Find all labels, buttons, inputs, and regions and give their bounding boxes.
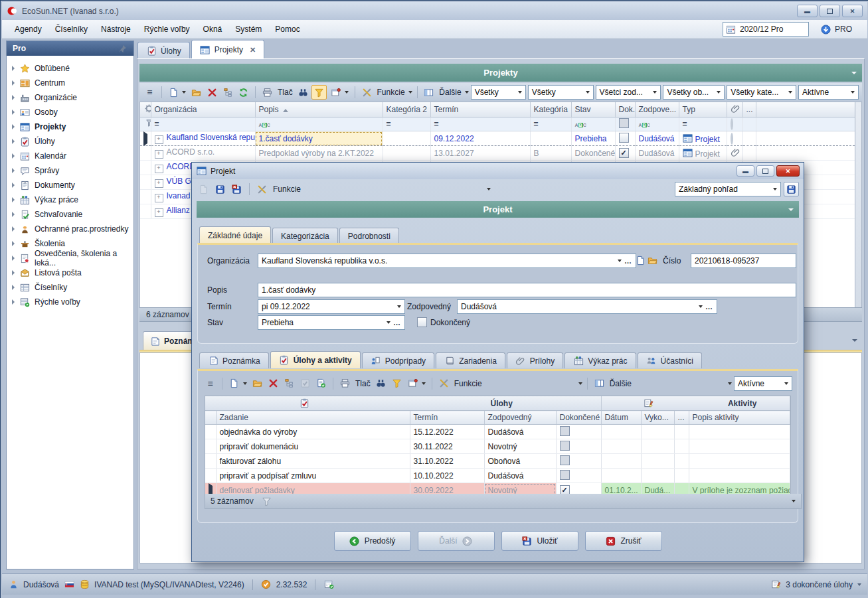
popis-input[interactable]: 1.časť dodávky <box>258 283 796 297</box>
grid-scrollbar[interactable] <box>855 102 862 309</box>
expand-icon[interactable] <box>155 208 163 217</box>
sidebar-item-osvedcenia[interactable]: Osvedčenia, školenia a leká... <box>7 251 133 265</box>
open-record-icon[interactable] <box>189 86 203 99</box>
functions-icon[interactable] <box>360 86 374 99</box>
col-vykonal[interactable]: Vyko... <box>641 411 674 425</box>
col-zodpovedny[interactable]: Zodpovedný <box>484 411 556 425</box>
gear-icon[interactable] <box>143 104 151 114</box>
print-icon[interactable] <box>260 86 274 99</box>
more-label[interactable]: Ďalšie <box>610 379 632 388</box>
filter-popis[interactable]: ABC <box>255 117 383 131</box>
columns-icon[interactable] <box>422 86 436 99</box>
save-icon[interactable] <box>213 183 227 196</box>
minimize-button[interactable]: ▬ <box>797 5 818 17</box>
project-row-1[interactable]: Kaufland Slovenská republika v... 1.časť… <box>140 131 855 146</box>
functions-icon[interactable] <box>437 377 451 390</box>
termin-picker[interactable]: pi 09.12.2022 <box>258 299 405 314</box>
new-record-icon[interactable] <box>227 377 241 390</box>
columns-icon[interactable] <box>592 377 606 390</box>
selected-cell[interactable]: 1.časť dodávky <box>255 131 383 146</box>
functions-dropdown[interactable] <box>408 91 412 94</box>
filter-attachment[interactable] <box>727 117 742 131</box>
subtab-ucastnici[interactable]: Účastníci <box>638 352 702 368</box>
sidebar-item-kalendar[interactable]: Kalendár <box>7 149 133 163</box>
col-typ[interactable]: Typ <box>679 102 727 117</box>
col-termin[interactable]: Termín <box>430 102 530 117</box>
sidebar-item-osoby[interactable]: Osoby <box>7 105 133 119</box>
done-checkbox[interactable] <box>619 133 629 143</box>
status-user[interactable]: Dudášová <box>23 580 59 589</box>
print-icon[interactable] <box>338 377 352 390</box>
combo-arrow-icon[interactable] <box>699 305 703 308</box>
col-kategoria[interactable]: Kategória <box>530 102 571 117</box>
sidebar-header[interactable]: Pro <box>7 41 133 56</box>
sidebar-item-ochranne[interactable]: Ochranné prac.prostriedky <box>7 222 133 236</box>
col-zadanie[interactable]: Zadanie <box>216 411 410 425</box>
more-label[interactable]: Ďalšie <box>439 88 461 97</box>
col-datum[interactable]: Dátum <box>601 411 641 425</box>
more-dropdown[interactable] <box>465 91 469 94</box>
edition-indicator[interactable]: PRO <box>821 24 852 35</box>
sidebar-item-dokumenty[interactable]: Dokumenty <box>7 178 133 192</box>
period-selector[interactable]: 2020/12 Pro <box>723 22 809 37</box>
delete-record-icon[interactable] <box>266 377 280 390</box>
subtab-podpripady[interactable]: Podprípady <box>362 352 434 368</box>
combo-arrow-icon[interactable] <box>618 260 622 262</box>
status-done-tasks[interactable]: 3 dokončené úlohy <box>786 580 853 589</box>
filter-funnel-icon[interactable] <box>390 377 404 390</box>
open-record-icon[interactable] <box>250 377 264 390</box>
functions-label[interactable]: Funkcie <box>273 185 301 194</box>
print-label[interactable]: Tlač <box>278 88 293 97</box>
filter-combo-responsible[interactable]: Všetci zod... <box>596 85 661 100</box>
menu-agendy[interactable]: Agendy <box>8 22 48 37</box>
subtab-ulohy-a-aktivity[interactable]: Úlohy a aktivity <box>270 351 361 368</box>
new-window-dropdown[interactable] <box>422 382 426 385</box>
functions-label[interactable]: Funkcie <box>454 379 482 388</box>
menu-nastroje[interactable]: Nástroje <box>94 22 137 37</box>
new-record-dropdown[interactable] <box>243 382 247 385</box>
status-database[interactable]: IVANAD test (MySQL/IVANADtest, V2246) <box>94 580 244 589</box>
search-binoculars-icon[interactable] <box>296 86 310 99</box>
col-zodpovedny[interactable]: Zodpove... <box>635 102 679 117</box>
sidebar-item-rychle-volby[interactable]: Rýchle voľby <box>7 295 133 309</box>
more-dropdown[interactable] <box>728 382 732 385</box>
filter-kategoria[interactable]: = <box>530 117 571 131</box>
status-version[interactable]: 2.32.532 <box>276 580 307 589</box>
functions-dropdown[interactable] <box>578 382 582 385</box>
filter-combo-2[interactable]: Všetky <box>528 85 594 100</box>
filter-combo-1[interactable]: Všetky <box>471 85 526 100</box>
tasks-filter-combo[interactable]: Aktívne <box>734 376 792 391</box>
functions-label[interactable]: Funkcie <box>377 88 405 97</box>
sidebar-item-organizacie[interactable]: Organizácie <box>7 90 133 105</box>
sidebar-item-listova-posta[interactable]: Listová pošta <box>7 265 133 280</box>
filter-dropdown[interactable] <box>792 500 796 502</box>
cislo-input[interactable]: 20210618-095237 <box>691 254 796 268</box>
col-overflow[interactable]: ... <box>674 411 689 425</box>
search-binoculars-icon[interactable] <box>374 377 388 390</box>
pane-dropdown-icon[interactable] <box>852 339 857 342</box>
col-overflow[interactable]: ... <box>742 102 756 117</box>
tab-podrobnosti[interactable]: Podrobnosti <box>339 228 399 244</box>
subtab-zariadenia[interactable]: Zariadenia <box>436 352 505 368</box>
organizacia-combo[interactable]: Kaufland Slovenská republika v.o.s. … <box>258 254 636 268</box>
filter-zodpovedny[interactable]: ABC <box>635 117 679 131</box>
pin-icon[interactable] <box>117 43 128 54</box>
slovak-flag-icon[interactable] <box>64 579 74 590</box>
menu-system[interactable]: Systém <box>228 22 268 37</box>
sidebar-item-vykaz-prace[interactable]: Výkaz práce <box>7 192 133 207</box>
new-doc-icon[interactable] <box>635 255 646 265</box>
new-window-icon[interactable] <box>329 86 343 99</box>
new-record-dropdown[interactable] <box>182 91 186 94</box>
delete-record-icon[interactable] <box>205 86 219 99</box>
menu-rychle-volby[interactable]: Rýchle voľby <box>137 22 197 37</box>
tab-close-icon[interactable]: ✕ <box>250 46 256 54</box>
filter-typ[interactable]: = <box>679 117 727 131</box>
done-checkbox[interactable] <box>560 470 570 480</box>
filter-funnel-icon[interactable] <box>262 496 272 506</box>
toolbar-menu-icon[interactable]: ≡ <box>203 377 217 390</box>
save-button[interactable]: Uložiť <box>501 531 578 551</box>
task-row-4[interactable]: pripraviť a podpísať zmluvu 10.10.2022 D… <box>205 469 790 483</box>
toolbar-menu-icon[interactable]: ≡ <box>143 86 157 99</box>
col-dokoncene[interactable]: Dok... <box>615 102 635 117</box>
tree-view-icon[interactable] <box>221 86 235 99</box>
